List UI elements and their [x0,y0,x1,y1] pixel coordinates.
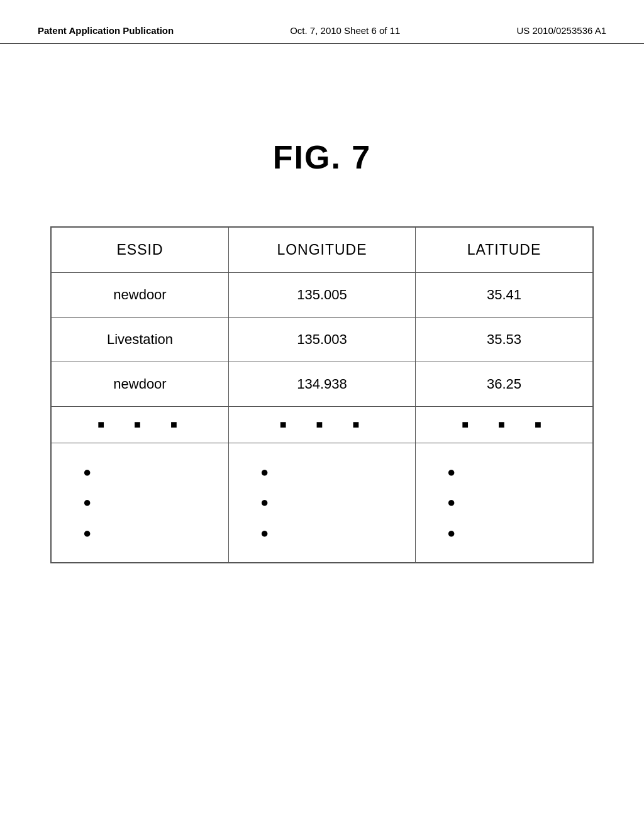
dots-cell-2: ■ ■ ■ [228,407,415,443]
bullet-8: ● [447,487,586,517]
table-bullets-row: ● ● ● ● ● ● ● ● ● [51,443,593,563]
data-table-container: ESSID LONGITUDE LATITUDE newdoor 135.005… [50,226,594,563]
bullet-1: ● [83,457,222,487]
bullets-cell-1: ● ● ● [51,443,228,563]
col-header-longitude: LONGITUDE [228,227,415,273]
date-sheet-label: Oct. 7, 2010 Sheet 6 of 11 [290,25,400,36]
patent-number-label: US 2010/0253536 A1 [516,25,606,36]
bullet-2: ● [83,487,222,517]
col-header-essid: ESSID [51,227,228,273]
cell-essid-2: Livestation [51,318,228,362]
page-header: Patent Application Publication Oct. 7, 2… [0,25,644,44]
dots-cell-1: ■ ■ ■ [51,407,228,443]
cell-latitude-2: 35.53 [416,318,593,362]
bullet-5: ● [260,487,409,517]
table-header-row: ESSID LONGITUDE LATITUDE [51,227,593,273]
data-table: ESSID LONGITUDE LATITUDE newdoor 135.005… [50,226,594,563]
publication-label: Patent Application Publication [38,25,174,36]
cell-longitude-2: 135.003 [228,318,415,362]
cell-latitude-3: 36.25 [416,362,593,407]
bullets-cell-2: ● ● ● [228,443,415,563]
bullet-4: ● [260,457,409,487]
cell-longitude-1: 135.005 [228,273,415,318]
bullet-7: ● [447,457,586,487]
bullet-3: ● [83,518,222,548]
bullets-cell-3: ● ● ● [416,443,593,563]
table-row: newdoor 134.938 36.25 [51,362,593,407]
bullet-6: ● [260,518,409,548]
table-row: Livestation 135.003 35.53 [51,318,593,362]
cell-essid-1: newdoor [51,273,228,318]
cell-latitude-1: 35.41 [416,273,593,318]
table-row: newdoor 135.005 35.41 [51,273,593,318]
col-header-latitude: LATITUDE [416,227,593,273]
dots-cell-3: ■ ■ ■ [416,407,593,443]
cell-essid-3: newdoor [51,362,228,407]
figure-title-container: FIG. 7 [0,138,644,176]
cell-longitude-3: 134.938 [228,362,415,407]
bullet-9: ● [447,518,586,548]
figure-title: FIG. 7 [273,139,371,175]
table-dots-row: ■ ■ ■ ■ ■ ■ ■ ■ ■ [51,407,593,443]
